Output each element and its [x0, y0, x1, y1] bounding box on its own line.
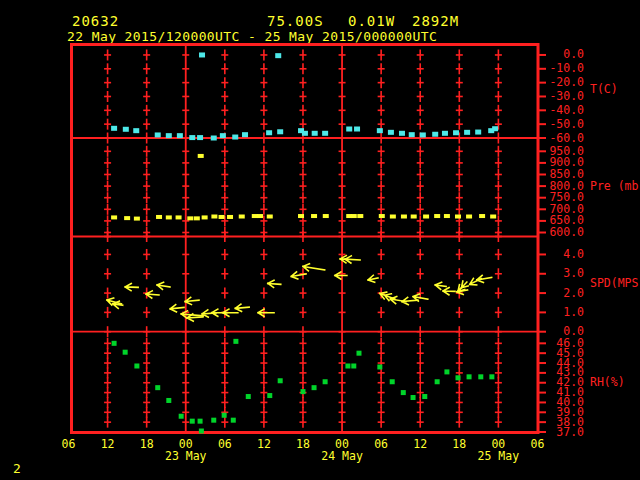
time-tick-label: 06 — [213, 439, 237, 450]
pressure-point — [156, 215, 162, 219]
temperature-point — [177, 133, 183, 138]
temperature-point — [322, 131, 328, 136]
humidity-point — [467, 374, 472, 379]
wind_speed-tick-label: 3.0 — [524, 268, 584, 279]
pressure-point — [111, 215, 117, 219]
humidity-point — [312, 385, 317, 390]
pressure-point — [124, 216, 130, 220]
temperature-point — [123, 127, 129, 132]
pressure-point — [411, 214, 417, 218]
pressure-point — [257, 214, 263, 218]
relative_humidity-tick-label: 37.0 — [524, 427, 584, 438]
humidity-point — [351, 363, 356, 368]
pressure-point — [227, 215, 233, 219]
wind_speed-tick-label: 1.0 — [524, 307, 584, 318]
pressure-point — [401, 214, 407, 218]
temperature-point — [199, 52, 205, 57]
temperature-point — [189, 135, 195, 140]
relative_humidity-unit-label: RH(%) — [590, 377, 625, 388]
wind-arrow — [258, 309, 274, 316]
humidity-point — [246, 394, 251, 399]
pressure-point — [219, 215, 225, 219]
wind_speed-tick-label: 4.0 — [524, 249, 584, 260]
humidity-point — [422, 394, 427, 399]
temperature-point — [197, 135, 203, 140]
humidity-point — [166, 398, 171, 403]
wind-arrow — [125, 284, 138, 291]
pressure-point — [176, 215, 182, 219]
temperature-point — [409, 132, 415, 137]
wind-arrow — [303, 264, 325, 271]
pressure-point — [466, 214, 472, 218]
pressure-point — [479, 214, 485, 218]
pressure-point — [202, 215, 208, 219]
temperature-point — [442, 131, 448, 136]
wind-arrow — [185, 297, 199, 304]
pressure-point — [298, 214, 304, 218]
pressure-tick-label: 600.0 — [524, 227, 584, 238]
temperature-point — [220, 133, 226, 138]
humidity-point — [356, 351, 361, 356]
humidity-point — [134, 363, 139, 368]
humidity-point — [401, 390, 406, 395]
date-label: 23 May — [156, 451, 216, 462]
temperature-point — [377, 128, 383, 133]
pressure-point — [211, 214, 217, 218]
temperature-point — [166, 133, 172, 138]
temperature-point — [155, 132, 161, 137]
wind-arrow — [146, 291, 159, 298]
time-tick-label: 06 — [57, 439, 81, 450]
pressure-point — [490, 214, 496, 218]
plot-border — [72, 45, 539, 433]
humidity-point — [211, 418, 216, 423]
temperature-tick-label: 0.0 — [524, 49, 584, 60]
date-label: 25 May — [468, 451, 528, 462]
temperature-point — [453, 130, 459, 135]
temperature-point — [111, 126, 117, 131]
humidity-point — [278, 378, 283, 383]
wind-arrow — [340, 256, 360, 263]
temperature-tick-label: -60.0 — [524, 133, 584, 144]
humidity-point — [199, 429, 204, 434]
temperature-point — [475, 130, 481, 135]
temperature-point — [432, 132, 438, 137]
temperature-point — [399, 131, 405, 136]
humidity-point — [489, 374, 494, 379]
wind_speed-unit-label: SPD(MPS) — [590, 278, 640, 289]
time-tick-label: 18 — [291, 439, 315, 450]
wind-arrow — [235, 304, 249, 311]
pressure-point — [444, 214, 450, 218]
temperature-tick-label: -20.0 — [524, 77, 584, 88]
temperature-tick-label: -30.0 — [524, 91, 584, 102]
pressure-point — [390, 214, 396, 218]
pressure-point — [166, 215, 172, 219]
wind-arrow — [435, 282, 446, 289]
humidity-point — [390, 379, 395, 384]
pressure-point — [323, 214, 329, 218]
time-tick-label: 12 — [96, 439, 120, 450]
humidity-point — [198, 419, 203, 424]
pressure-point — [252, 214, 258, 218]
date-label: 24 May — [312, 451, 372, 462]
humidity-point — [478, 374, 483, 379]
temperature-point — [388, 130, 394, 135]
wind-arrow — [477, 275, 492, 282]
temperature-point — [242, 132, 248, 137]
humidity-point — [323, 379, 328, 384]
humidity-point — [444, 369, 449, 374]
pressure-point — [423, 214, 429, 218]
pressure-point — [434, 214, 440, 218]
page-number: 2 — [13, 461, 21, 476]
humidity-point — [435, 379, 440, 384]
humidity-point — [179, 414, 184, 419]
time-tick-label: 12 — [252, 439, 276, 450]
temperature-point — [133, 128, 139, 133]
temperature-point — [275, 53, 281, 58]
pressure-point — [357, 214, 363, 218]
temperature-point — [312, 131, 318, 136]
wind_speed-tick-label: 2.0 — [524, 288, 584, 299]
pressure-point — [311, 214, 317, 218]
humidity-point — [190, 419, 195, 424]
humidity-point — [233, 339, 238, 344]
wind-arrow — [268, 280, 281, 287]
